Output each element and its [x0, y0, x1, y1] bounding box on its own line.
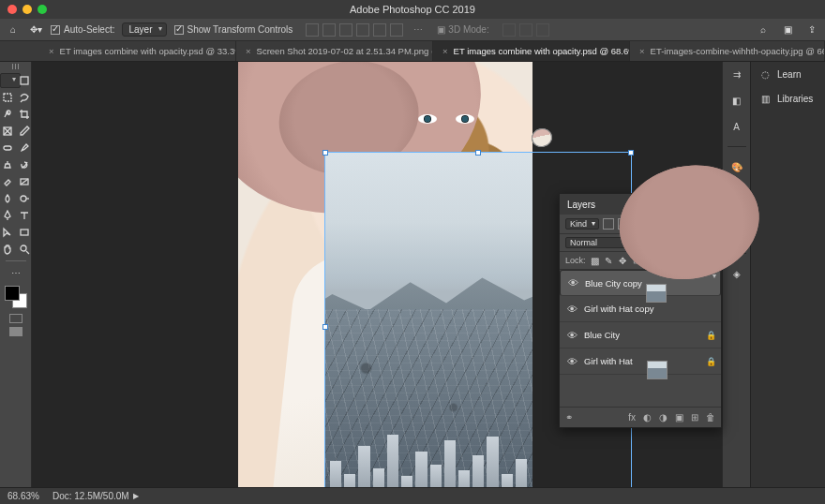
visibility-toggle[interactable]: 👁: [565, 304, 578, 315]
pen-tool[interactable]: [0, 208, 15, 223]
move-tool-icon[interactable]: ✥▾: [28, 22, 43, 37]
search-icon[interactable]: ⌕: [756, 22, 771, 37]
doc-size-readout[interactable]: Doc: 12.5M/50.0M: [52, 491, 129, 501]
lock-icon: 🔒: [706, 331, 715, 340]
orbit-icon[interactable]: [502, 23, 516, 37]
close-tab-icon[interactable]: ×: [442, 46, 448, 56]
document-tab-active[interactable]: × ET images combine with opacity.psd @ 6…: [433, 41, 630, 61]
blur-tool[interactable]: [0, 191, 15, 206]
svg-rect-4: [4, 146, 11, 150]
transform-handle[interactable]: [322, 150, 328, 156]
layer-mask-icon[interactable]: ◐: [643, 412, 652, 422]
document-tab[interactable]: × ET images combine with opacity.psd @ 3…: [39, 41, 236, 61]
properties-panel-icon[interactable]: ⇉: [728, 66, 745, 82]
lock-pixels-icon[interactable]: ✎: [604, 256, 614, 266]
quick-select-tool[interactable]: [0, 107, 15, 122]
document-tab[interactable]: × Screen Shot 2019-07-02 at 2.51.34 PM.p…: [236, 41, 433, 61]
layer-row[interactable]: 👁 Girl with Hat 🔒: [560, 348, 721, 375]
pan-icon[interactable]: [519, 23, 532, 37]
edit-toolbar-icon[interactable]: ⋯: [8, 265, 23, 280]
transform-handle[interactable]: [475, 150, 481, 156]
close-tab-icon[interactable]: ×: [639, 46, 645, 56]
link-layers-icon[interactable]: ⚭: [565, 412, 621, 422]
share-icon[interactable]: ⇪: [804, 22, 819, 37]
align-left-icon[interactable]: [356, 23, 369, 37]
lock-position-icon[interactable]: ✥: [618, 256, 628, 266]
align-hcenter-icon[interactable]: [373, 23, 386, 37]
screenmode-icon[interactable]: [9, 327, 22, 336]
eraser-tool[interactable]: [0, 174, 15, 189]
quickmask-icon[interactable]: [9, 314, 22, 323]
filter-pixel-icon[interactable]: [603, 218, 614, 230]
foreground-color-swatch[interactable]: [5, 286, 20, 301]
character-panel-icon[interactable]: A: [728, 118, 745, 135]
frame-tool[interactable]: [0, 124, 15, 139]
zoom-readout[interactable]: 68.63%: [8, 491, 39, 501]
layer-name[interactable]: Blue City: [584, 330, 700, 340]
distribute-more-icon[interactable]: ⋯: [411, 22, 426, 37]
show-transform-checkbox[interactable]: Show Transform Controls: [174, 24, 293, 35]
lock-transparent-icon[interactable]: ▩: [590, 256, 600, 266]
close-tab-icon[interactable]: ×: [49, 46, 54, 56]
artboard-tool[interactable]: [17, 73, 32, 88]
dodge-tool[interactable]: [17, 191, 32, 206]
tab-label: ET images combine with opacity.psd @ 68.…: [454, 46, 630, 56]
align-top-icon[interactable]: [306, 23, 319, 37]
new-layer-icon[interactable]: ⊞: [691, 412, 698, 422]
align-vcenter-icon[interactable]: [322, 23, 336, 37]
svg-rect-1: [4, 94, 11, 101]
transform-handle[interactable]: [322, 324, 328, 330]
hand-tool[interactable]: [0, 242, 15, 257]
layer-fx-icon[interactable]: fx: [628, 412, 636, 422]
marquee-tool[interactable]: [0, 90, 15, 105]
type-tool[interactable]: [17, 208, 32, 223]
gradient-tool[interactable]: [17, 174, 32, 189]
visibility-toggle[interactable]: 👁: [565, 356, 578, 367]
layer-thumbnail[interactable]: [646, 284, 667, 303]
transform-handle[interactable]: [628, 150, 634, 156]
layer-name[interactable]: Girl with Hat: [584, 356, 700, 366]
layer-row[interactable]: 👁 Girl with Hat copy: [560, 296, 721, 322]
group-layers-icon[interactable]: ▣: [675, 412, 683, 422]
layers-panel-footer: ⚭ fx ◐ ◑ ▣ ⊞ 🗑: [560, 407, 721, 427]
adjustments-panel-icon[interactable]: ◧: [728, 92, 745, 109]
close-tab-icon[interactable]: ×: [246, 46, 251, 56]
adjustment-layer-icon[interactable]: ◑: [659, 412, 668, 422]
auto-select-dropdown[interactable]: Layer: [122, 22, 166, 37]
layers-panel-icon[interactable]: ◈: [728, 265, 745, 282]
document-tab[interactable]: × ET-images-combine-wihhth-opacity.jpg @…: [630, 41, 825, 61]
layer-thumbnail[interactable]: [647, 361, 668, 379]
layer-list: 👁 Blue City copy 👁 Girl with Hat copy 👁 …: [560, 270, 721, 375]
options-bar: ⌂ ✥▾ Auto-Select: Layer Show Transform C…: [0, 19, 825, 41]
arrange-documents-icon[interactable]: ▣: [780, 22, 795, 37]
status-bar: 68.63% Doc: 12.5M/50.0M ▶: [0, 487, 825, 504]
history-brush-tool[interactable]: [17, 157, 32, 172]
panel-gripper-icon[interactable]: [7, 64, 25, 71]
crop-tool[interactable]: [17, 107, 32, 122]
clone-stamp-tool[interactable]: [0, 157, 15, 172]
visibility-toggle[interactable]: 👁: [566, 277, 579, 289]
lasso-tool[interactable]: [17, 90, 32, 105]
healing-brush-tool[interactable]: [0, 141, 15, 156]
align-right-icon[interactable]: [390, 23, 403, 37]
delete-layer-icon[interactable]: 🗑: [706, 412, 715, 422]
visibility-toggle[interactable]: 👁: [565, 330, 578, 341]
color-swatches[interactable]: [5, 286, 27, 308]
tab-label: Screen Shot 2019-07-02 at 2.51.34 PM.png…: [257, 46, 433, 56]
status-flyout-icon[interactable]: ▶: [133, 492, 139, 500]
filter-kind-dropdown[interactable]: Kind: [565, 218, 599, 230]
auto-select-checkbox[interactable]: Auto-Select:: [51, 24, 114, 35]
brush-tool[interactable]: [17, 141, 32, 156]
sidebar-item-libraries[interactable]: ▥ Libraries: [751, 86, 825, 111]
sidebar-item-learn[interactable]: ◌ Learn: [751, 62, 825, 86]
home-icon[interactable]: ⌂: [6, 22, 21, 37]
layer-name[interactable]: Girl with Hat copy: [584, 304, 715, 314]
shape-tool[interactable]: [17, 225, 32, 240]
dolly-icon[interactable]: [536, 23, 549, 37]
eyedropper-tool[interactable]: [17, 124, 32, 139]
layers-panel[interactable]: Layers ›› ≡ Kind Normal Opacity: 100% Lo…: [559, 193, 722, 428]
align-bottom-icon[interactable]: [339, 23, 352, 37]
zoom-tool[interactable]: [17, 242, 32, 257]
path-select-tool[interactable]: [0, 225, 15, 240]
layer-row[interactable]: 👁 Blue City 🔒: [560, 322, 721, 348]
